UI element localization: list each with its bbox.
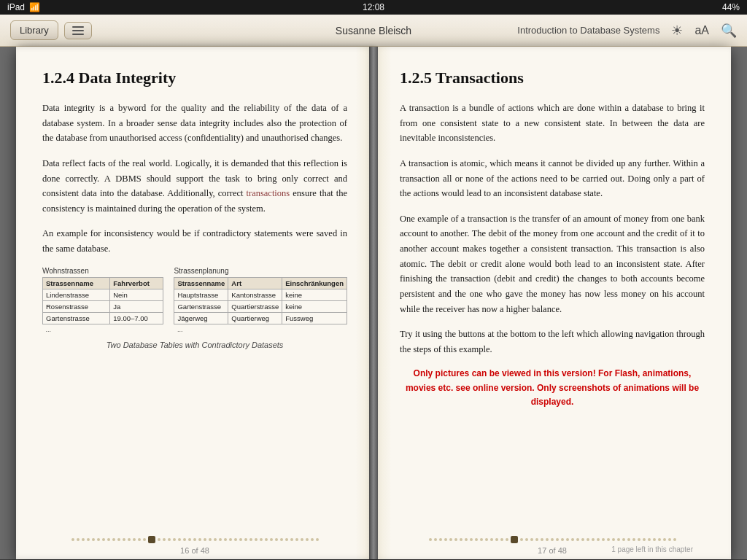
battery-label: 44% (722, 2, 740, 12)
progress-dot (92, 538, 95, 541)
progress-dot (658, 538, 661, 541)
right-page: 1.2.5 Transactions A transaction is a bu… (374, 47, 731, 559)
progress-dot (638, 538, 640, 541)
toolbar: Library Susanne Bleisch Introduction to … (0, 15, 747, 47)
progress-dot (123, 538, 125, 541)
progress-dot (597, 538, 600, 541)
table2-col2-header: Art (228, 277, 282, 289)
right-para3: One example of a transaction is the tran… (400, 211, 705, 316)
progress-dot (460, 538, 462, 541)
progress-dot (224, 538, 227, 541)
progress-dot (244, 538, 247, 541)
table1-title: Wohnstrassen (42, 267, 163, 275)
progress-dot (551, 538, 554, 541)
progress-dot (270, 538, 273, 541)
right-page-dots (400, 536, 705, 543)
progress-dot (434, 538, 437, 541)
status-left: iPad 📶 (7, 2, 40, 12)
progress-dot (275, 538, 278, 541)
progress-dot (643, 538, 646, 541)
progress-dot (541, 538, 543, 541)
ipad-label: iPad (7, 2, 25, 12)
left-page-content: 1.2.4 Data Integrity Data integrity is a… (42, 69, 347, 534)
progress-dot (668, 538, 671, 541)
table1-col1-header: Strassenname (43, 277, 110, 289)
progress-dot (632, 538, 635, 541)
transactions-link[interactable]: transactions (247, 188, 290, 198)
status-time: 12:08 (363, 2, 384, 12)
progress-dot (97, 538, 100, 541)
progress-dot (546, 538, 549, 541)
progress-dot (128, 538, 131, 541)
right-para2: A transaction is atomic, which means it … (400, 156, 705, 201)
progress-dot (188, 538, 191, 541)
progress-dot (249, 538, 252, 541)
progress-dot (506, 538, 508, 541)
table2-col1-header: Strassenname (174, 277, 228, 289)
left-para2: Data reflect facts of the real world. Lo… (42, 156, 347, 217)
progress-dot (449, 538, 452, 541)
left-page-footer: 16 of 48 (42, 534, 347, 559)
progress-dot (163, 538, 166, 541)
author-name: Susanne Bleisch (336, 25, 411, 36)
progress-dot (607, 538, 610, 541)
progress-dot (439, 538, 442, 541)
table-row: GartenstrasseQuartierstrassekeine (174, 300, 347, 312)
hamburger-icon (72, 26, 84, 35)
book-title-label: Introduction to Database Systems (517, 25, 659, 36)
progress-dot (663, 538, 666, 541)
table2-title: Strassenplanung (174, 267, 347, 275)
progress-dot (673, 538, 676, 541)
toc-button[interactable] (64, 22, 92, 39)
table2-wrapper: Strassenplanung Strassenname Art Einschr… (174, 267, 347, 335)
table-row: Gartenstrasse19.00–7.00 (43, 312, 163, 324)
progress-dot (566, 538, 569, 541)
progress-dot (571, 538, 574, 541)
progress-dot (429, 538, 432, 541)
progress-dot (316, 538, 319, 541)
table-row: RosenstrasseJa (43, 300, 163, 312)
progress-dot (648, 538, 651, 541)
progress-dot (602, 538, 605, 541)
progress-dot (198, 538, 201, 541)
right-page-number: 17 of 48 (538, 546, 567, 555)
toolbar-left: Library (10, 20, 92, 40)
progress-dot (653, 538, 656, 541)
right-section-title: 1.2.5 Transactions (400, 69, 705, 88)
left-page: 1.2.4 Data Integrity Data integrity is a… (16, 47, 374, 559)
progress-dot (290, 538, 293, 541)
progress-dot (556, 538, 559, 541)
library-button[interactable]: Library (10, 20, 58, 40)
progress-dot (495, 538, 498, 541)
progress-dot (138, 538, 141, 541)
progress-dot (193, 538, 196, 541)
progress-dot (204, 538, 206, 541)
font-size-icon[interactable]: aA (694, 24, 709, 37)
progress-dot (214, 538, 217, 541)
right-para4: Try it using the buttons at the bottom t… (400, 327, 705, 357)
progress-dot (117, 538, 120, 541)
progress-dot (102, 538, 105, 541)
progress-dot (148, 536, 155, 543)
table-row-more: ... (43, 324, 163, 335)
progress-dot (465, 538, 468, 541)
progress-dot (485, 538, 488, 541)
progress-dot (617, 538, 620, 541)
table1-wrapper: Wohnstrassen Strassenname Fahrverbot Lin… (42, 267, 163, 335)
brightness-icon[interactable]: ☀ (671, 23, 683, 39)
tables-container: Wohnstrassen Strassenname Fahrverbot Lin… (42, 267, 347, 335)
progress-dot (587, 538, 589, 541)
progress-dot (490, 538, 493, 541)
book-outer: 1.2.4 Data Integrity Data integrity is a… (16, 47, 731, 559)
progress-dot (158, 538, 160, 541)
table-row: JägerwegQuartierwegFussweg (174, 312, 347, 324)
left-section-title: 1.2.4 Data Integrity (42, 69, 347, 88)
table-row: HauptstrasseKantonstrassekeine (174, 289, 347, 300)
status-right: 44% (722, 2, 740, 12)
progress-dot (561, 538, 564, 541)
progress-dot (168, 538, 171, 541)
progress-dot (576, 538, 579, 541)
progress-dot (454, 538, 457, 541)
search-icon[interactable]: 🔍 (721, 23, 737, 39)
table1-col2-header: Fahrverbot (110, 277, 163, 289)
